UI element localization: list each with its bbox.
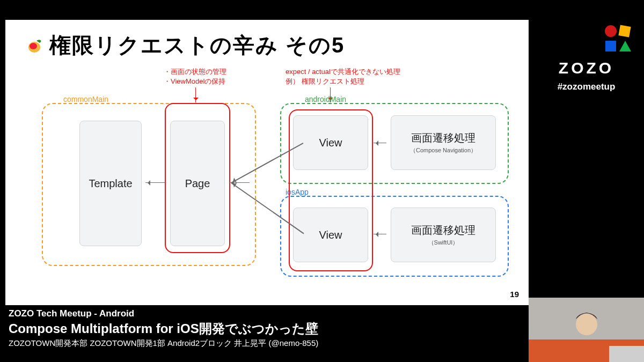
arrow-page-to-template — [145, 182, 165, 183]
speaker-credit: ZOZOTOWN開発本部 ZOZOTOWN開発1部 Android2ブロック 井… — [9, 338, 318, 349]
event-hashtag: #zozomeetup — [529, 82, 644, 92]
page-number: 19 — [510, 290, 519, 299]
svg-point-1 — [30, 43, 37, 49]
svg-rect-4 — [605, 41, 616, 51]
svg-rect-9 — [609, 346, 644, 362]
mango-icon — [27, 34, 44, 51]
annotation-page: ・画面の状態の管理 ・ViewModelの保持 — [164, 67, 226, 86]
arrow-navandroid-to-viewandroid — [374, 143, 386, 143]
zozo-wordmark: ZOZO — [529, 59, 644, 77]
footer: ZOZO Tech Meetup - Android Compose Multi… — [9, 308, 318, 349]
title-text: 権限リクエストの辛み その5 — [49, 33, 345, 57]
event-name: ZOZO Tech Meetup - Android — [9, 308, 318, 319]
card-navigation-android: 画面遷移処理（Compose Navigation） — [391, 115, 496, 170]
card-view-android: View — [293, 115, 368, 170]
arrow-navios-to-viewios — [374, 234, 386, 234]
svg-marker-5 — [619, 41, 631, 51]
card-navigation-ios: 画面遷移処理（SwiftUI） — [391, 208, 496, 262]
card-template: Template — [79, 121, 142, 246]
slide-title: 権限リクエストの辛み その5 — [27, 31, 345, 60]
talk-title: Compose Multiplatform for iOS開発でぶつかった壁 — [9, 320, 318, 337]
speaker-video-thumbnail — [529, 298, 644, 362]
zozo-logo-icon — [603, 24, 632, 53]
label-androidmain: androidMain — [305, 95, 346, 104]
card-view-ios: View — [293, 208, 368, 262]
svg-point-2 — [605, 25, 617, 37]
annotation-view: expect / actualで共通化できない処理 例） 権限リクエスト処理 — [286, 67, 400, 86]
annotation-arrow-page — [195, 87, 196, 102]
label-commonmain: commonMain — [63, 95, 108, 104]
presentation-slide: 権限リクエストの辛み その5 ・画面の状態の管理 ・ViewModelの保持 e… — [5, 20, 529, 305]
svg-rect-3 — [618, 25, 631, 37]
right-sidebar: ZOZO #zozomeetup — [529, 0, 644, 362]
svg-point-8 — [576, 314, 597, 335]
card-page: Page — [170, 121, 225, 246]
